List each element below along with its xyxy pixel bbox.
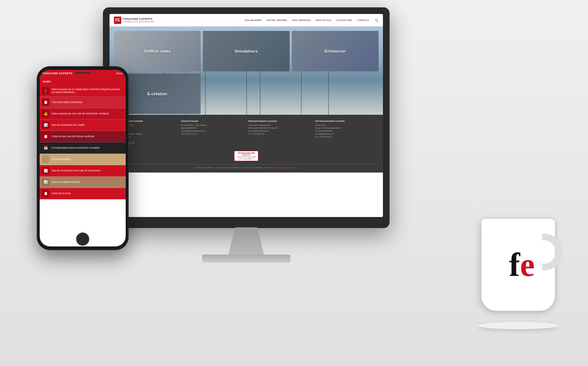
item-icon: 📊 xyxy=(42,178,49,186)
footer-link-admin[interactable]: Administration xyxy=(286,167,298,169)
item-text: Valeur acquise par une suite de versemen… xyxy=(51,112,109,115)
tile-echeancier[interactable]: Échéancier xyxy=(292,31,379,71)
phone-menu-label: Menu xyxy=(116,72,123,75)
phone-brand-label: FIDUCIARE EXPERTS xyxy=(43,72,72,75)
phone-speaker xyxy=(75,72,90,74)
list-item[interactable]: 📋 Calcul de la durée xyxy=(40,188,126,199)
item-icon: 📋 xyxy=(42,133,49,140)
footer-col2-title: Verneuil Conseil xyxy=(181,120,245,122)
item-icon: 📅 xyxy=(42,144,49,152)
logo-text: FIDUCIARE EXPERTS CONSEILS EN ENTREPRISE xyxy=(123,18,154,23)
monitor-screen: FE FIDUCIARE EXPERTS CONSEILS EN ENTREPR… xyxy=(110,14,383,217)
nav-item-actualites[interactable]: ACTUALITÉS xyxy=(337,19,352,21)
tile-ecreation-label: E-création xyxy=(146,90,169,97)
item-text: Calcul de la durée xyxy=(51,192,71,195)
list-item[interactable]: 📋 Calcul des loyers (constants) xyxy=(40,97,126,108)
monitor-nav: FE FIDUCIARE EXPERTS CONSEILS EN ENTREPR… xyxy=(110,14,383,26)
footer-col4-title: Sud Ouest Experts Conseils xyxy=(315,120,379,122)
footer-col3-title: Fiduciaire Experts Conseils xyxy=(248,120,312,122)
item-text: Correspondance jours ouvrés/jours ouvrab… xyxy=(51,146,100,149)
phone-section-text: Audits xyxy=(43,80,51,83)
phone-section: Audits xyxy=(40,76,126,85)
mug-handle xyxy=(542,234,562,270)
nav-item-outils[interactable]: NOS OUTILS xyxy=(316,19,331,21)
tile-simulateurs[interactable]: Simulateurs xyxy=(203,31,290,71)
phone-list: 💲 Valeur acquise par un capital placé à … xyxy=(40,85,126,199)
item-text: Calcul du capital emprunté xyxy=(51,181,80,184)
footer-link-mentions[interactable]: Mentions légales xyxy=(271,167,285,169)
monitor-stand xyxy=(202,255,290,263)
mug-logo: fe xyxy=(509,248,535,281)
item-text: Virement transport xyxy=(51,158,71,161)
item-icon: 📊 xyxy=(42,121,49,129)
tile-echeancier-label: Échéancier xyxy=(323,47,348,55)
mug-base xyxy=(478,322,559,329)
list-item[interactable]: 🔧 Virement transport xyxy=(40,154,126,165)
item-text: Taux de rendement d'une suite de verseme… xyxy=(51,169,100,172)
phone: FIDUCIARE EXPERTS Menu Audits 💲 Valeur a… xyxy=(37,66,129,250)
footer-col2-text: 64 rue Stéhélin – Parc d'Aliénor33000 BO… xyxy=(181,124,245,135)
list-item[interactable]: 💲 Valeur acquise par un capital placé à … xyxy=(40,85,126,97)
footer-bottom: FIDUCIAIRE EXPERTS - CONSEILS EN ENTREPR… xyxy=(114,164,379,169)
monitor-hero: Chiffres utiles Simulateurs Échéancier E… xyxy=(110,26,383,115)
mug-logo-f: f xyxy=(509,246,520,283)
list-item[interactable]: 📅 Correspondance jours ouvrés/jours ouvr… xyxy=(40,142,126,154)
logo-icon: FE xyxy=(114,17,121,24)
item-icon: 🔧 xyxy=(42,156,49,163)
footer-col-4: Sud Ouest Experts Conseils Avenue de laP… xyxy=(315,120,379,147)
monitor-logo: FE FIDUCIARE EXPERTS CONSEILS EN ENTREPR… xyxy=(114,17,154,24)
list-item[interactable]: 📋 Calcul du taux réel (tiel tef) du créd… xyxy=(40,131,126,142)
list-item[interactable]: 📊 Taux de rendement d'un capital xyxy=(40,120,126,131)
monitor-frame: FE FIDUCIARE EXPERTS CONSEILS EN ENTREPR… xyxy=(103,7,390,228)
item-text: Calcul du taux réel (tiel tef) du crédit… xyxy=(51,135,94,138)
monitor-footer: Fiduciaire Experts Conseils Fiduciaire E… xyxy=(110,115,383,173)
item-icon: 💲 xyxy=(42,87,49,95)
nav-item-services[interactable]: NOS SERVICES xyxy=(292,19,311,21)
tile-simulateurs-label: Simulateurs xyxy=(233,47,259,55)
monitor-neck xyxy=(228,227,265,257)
list-item[interactable]: 📊 Calcul du capital emprunté xyxy=(40,177,126,188)
item-text: Calcul des loyers (constants) xyxy=(51,101,82,104)
footer-cert: NF EN ISO 9001:2008 ASCERTIA CERTIFIÉ PA… xyxy=(114,151,379,161)
mug: fe xyxy=(470,212,566,329)
nav-items: VOS BESOINS NOTRE GROUPE NOS SERVICES NO… xyxy=(245,18,379,22)
tile-chiffres-label: Chiffres utiles xyxy=(142,47,172,55)
item-icon: 📋 xyxy=(42,190,49,197)
nav-search-icon[interactable]: 🔍 xyxy=(374,18,379,22)
tile-grid: Chiffres utiles Simulateurs Échéancier E… xyxy=(112,29,381,115)
nav-item-besoins[interactable]: VOS BESOINS xyxy=(245,19,262,21)
mug-logo-e: e xyxy=(520,246,535,283)
item-text: Valeur acquise par un capital placé à in… xyxy=(51,88,123,94)
tile-chiffres[interactable]: Chiffres utiles xyxy=(114,31,201,71)
list-item[interactable]: 📈 Taux de rendement d'une suite de verse… xyxy=(40,165,126,177)
footer-col-2: Verneuil Conseil 64 rue Stéhélin – Parc … xyxy=(181,120,245,147)
list-item[interactable]: 💰 Valeur acquise par une suite de versem… xyxy=(40,108,126,120)
phone-home-button[interactable] xyxy=(76,232,89,246)
item-icon: 📈 xyxy=(42,167,49,174)
phone-frame: FIDUCIARE EXPERTS Menu Audits 💲 Valeur a… xyxy=(37,66,129,250)
monitor: FE FIDUCIARE EXPERTS CONSEILS EN ENTREPR… xyxy=(103,7,390,272)
cert-badge: NF EN ISO 9001:2008 ASCERTIA CERTIFIÉ PA… xyxy=(234,151,258,161)
footer-col3-text: 15 avenue de Montesquieu33160 SAINT MEDA… xyxy=(248,124,312,135)
item-icon: 💰 xyxy=(42,110,49,117)
footer-col-3: Fiduciaire Experts Conseils 15 avenue de… xyxy=(248,120,312,147)
item-text: Taux de rendement d'un capital xyxy=(51,124,85,127)
nav-item-groupe[interactable]: NOTRE GROUPE xyxy=(267,19,287,21)
footer-columns: Fiduciaire Experts Conseils Fiduciaire E… xyxy=(114,120,379,147)
phone-screen: FIDUCIARE EXPERTS Menu Audits 💲 Valeur a… xyxy=(40,70,126,246)
item-icon: 📋 xyxy=(42,99,49,106)
nav-item-contact[interactable]: CONTACT xyxy=(358,19,369,21)
footer-col4-text: Avenue de laPoterie - ParcTechnoclub Bat… xyxy=(315,124,379,138)
